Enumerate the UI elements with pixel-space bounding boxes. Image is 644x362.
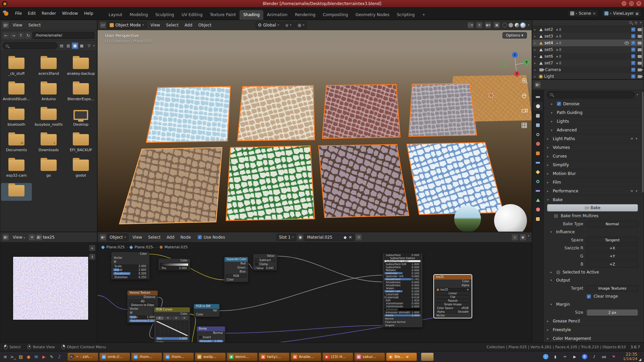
properties-search-input[interactable] <box>547 91 635 98</box>
properties-tab-physics[interactable] <box>533 177 543 186</box>
taskbar-window-23-h[interactable]: ▶(23) H... <box>322 353 353 361</box>
node-rgb-to-bw[interactable]: RGB to BWValColor <box>194 304 220 317</box>
minimize-button[interactable]: – <box>622 1 627 6</box>
section-path-guiding[interactable]: ▸Path Guiding <box>544 108 641 117</box>
node-header[interactable]: Separate Color <box>224 257 248 262</box>
plane-gray-stone[interactable] <box>409 83 477 136</box>
folder-item-arduino[interactable]: Arduino <box>33 81 64 103</box>
launcher-media[interactable]: ▶ <box>41 353 47 360</box>
properties-tab-tool[interactable] <box>533 93 543 101</box>
properties-tab-view-layer[interactable] <box>533 121 543 129</box>
menu-file[interactable]: File <box>12 10 25 17</box>
selectable-checkbox[interactable]: ✓ <box>631 68 635 72</box>
section-freestyle[interactable]: ▸Freestyle <box>544 325 641 334</box>
tray-info[interactable]: i <box>543 354 548 359</box>
shading-dropdown-icon[interactable]: ▾ <box>528 23 529 26</box>
viewport-3d[interactable]: ◇▾ Object Mode▾ ViewSelectAddObject Glob… <box>97 20 532 232</box>
properties-tab-constraints[interactable] <box>533 186 543 195</box>
node-header[interactable]: Voronoi Texture <box>127 291 158 295</box>
xray-toggle-icon[interactable]: ▣ <box>494 22 500 28</box>
swizzle-r-value[interactable]: +X <box>587 245 638 251</box>
space-value[interactable]: Tangent <box>587 237 638 243</box>
node-menu-single-image[interactable]: Single Image <box>435 303 470 306</box>
disable-in-renders-icon[interactable] <box>638 28 642 31</box>
workspace-tab-uv-editing[interactable]: UV Editing <box>178 10 206 20</box>
node-checkbox-clamp[interactable]: Clamp <box>253 262 277 266</box>
section-influence[interactable]: ▾Influence <box>544 228 641 236</box>
node-color-emission[interactable]: Emission <box>384 308 421 311</box>
section-advanced[interactable]: ▸Advanced <box>544 125 641 134</box>
node-slider-value[interactable]: Value0.045 <box>255 266 275 270</box>
transform-orientation[interactable]: Global▾ <box>256 21 281 29</box>
menu-help[interactable]: Help <box>81 10 96 17</box>
launcher-terminal[interactable]: >_ <box>10 353 16 360</box>
section-light-paths[interactable]: ▸Light Paths≡ ▾ <box>544 134 641 143</box>
menu-window[interactable]: Window <box>59 10 81 17</box>
b-value[interactable]: +Z <box>587 261 638 267</box>
editor-type-icon[interactable]: ◉▾ <box>100 234 106 240</box>
plane-tan-stone[interactable] <box>237 85 315 141</box>
node-slider-anisotropic[interactable]: Anisotropic0.000 <box>384 281 421 284</box>
scene-unlink-icon[interactable]: ✕ <box>593 12 595 15</box>
tray-power[interactable]: ▮ <box>553 354 558 359</box>
node-slider-sheen-tint[interactable]: Sheen Tint0.500 <box>384 290 421 293</box>
outliner-row-set6[interactable]: ▸set68✓ <box>532 53 644 60</box>
outliner-filter-icon[interactable]: ▽ <box>635 21 637 25</box>
workspace-tab-geometry-nodes[interactable]: Geometry Nodes <box>352 10 393 20</box>
node-math[interactable]: ValueSubtractClampValue0.045 <box>253 254 277 270</box>
breadcrumb-item[interactable]: Plane.025 <box>106 245 125 249</box>
node-field-alpha[interactable]: AlphaStraight <box>435 310 470 313</box>
editor-type-icon[interactable]: ▤▾ <box>3 22 9 28</box>
selectable-checkbox[interactable]: ✓ <box>631 61 635 65</box>
workspace-tab-animation[interactable]: Animation <box>263 10 291 20</box>
channel-b[interactable]: B <box>181 316 189 320</box>
taskbar-window-hom[interactable]: ▤/hom... <box>131 353 162 361</box>
properties-tab-texture[interactable] <box>533 215 543 223</box>
node-voronoi-texture[interactable]: Voronoi TextureDistance4DDistance to Edg… <box>127 290 158 323</box>
node-slider-roughness[interactable]: Roughness0.745 <box>384 278 421 281</box>
shading-mode-solid[interactable] <box>508 23 513 27</box>
node-slider-subsurface-ior[interactable]: Subsurface IOR1.400 <box>384 263 421 265</box>
navigation-gizmo[interactable]: ZYX <box>502 52 530 77</box>
launcher-file-manager[interactable]: ▤ <box>17 353 24 360</box>
section-simplify[interactable]: ▸Simplify <box>544 160 641 169</box>
launcher-editor[interactable]: ✎ <box>48 353 55 360</box>
snap-toggle[interactable]: ∪▾ <box>283 21 294 29</box>
bake-type-value[interactable]: Normal <box>587 221 638 227</box>
menu-view[interactable]: View <box>148 21 163 29</box>
size-value[interactable]: 2 px <box>587 309 638 316</box>
properties-tab-scene[interactable] <box>533 130 543 139</box>
up-icon[interactable]: ↑ <box>17 32 24 39</box>
viewport-grid-icon[interactable] <box>522 123 527 128</box>
menu-view[interactable]: View ▾ <box>10 234 28 241</box>
plane-blue-stone[interactable] <box>146 86 230 142</box>
node-menu-4d[interactable]: 4D <box>129 300 156 303</box>
taskbar-window-wallp[interactable]: ▤wallp... <box>195 353 226 361</box>
node-header[interactable]: RGB Curves <box>154 307 190 312</box>
outliner-row-set5[interactable]: ▸set58✓ <box>532 46 644 53</box>
section-volumes[interactable]: ▸Volumes <box>544 143 641 152</box>
menu-select[interactable]: Select <box>25 21 44 29</box>
material-name-field[interactable]: Material.025 ◆✕ <box>304 234 355 241</box>
section-denoise[interactable]: ▸✓Denoise <box>544 99 641 108</box>
tray-volume[interactable]: ♪ <box>592 354 597 359</box>
workspace-add-button[interactable]: + <box>418 10 429 20</box>
workspace-tab-scripting[interactable]: Scripting <box>393 10 418 20</box>
properties-tab-particles[interactable] <box>533 168 543 176</box>
node-slider-clearcoat[interactable]: Clearcoat0.000 <box>384 293 421 296</box>
slot-selector[interactable]: Slot 1▾ <box>276 234 296 241</box>
taskbar-clock[interactable]: 22:35 1/14/24 <box>623 352 637 361</box>
node-slider-roughness[interactable]: Roughness0.500 <box>113 272 148 275</box>
folder-item[interactable] <box>1 183 32 201</box>
folder-item-anakey-backup[interactable]: anakey-backup <box>65 56 96 78</box>
pan-icon[interactable]: ↕ <box>89 254 95 260</box>
tray-flag[interactable]: ⚑ <box>611 354 616 359</box>
maximize-button[interactable]: ▢ <box>629 1 634 6</box>
workspace-tab-modeling[interactable]: Modeling <box>126 10 152 20</box>
overlays-icon[interactable]: ◉ <box>520 234 526 240</box>
disable-in-renders-icon[interactable] <box>638 42 642 45</box>
node-slider-strength[interactable]: Strength1.000 <box>198 340 224 343</box>
outliner-scrollbar[interactable] <box>642 27 643 67</box>
menu-add[interactable]: Add <box>164 234 177 241</box>
tray-bluetooth[interactable]: B <box>582 354 587 359</box>
